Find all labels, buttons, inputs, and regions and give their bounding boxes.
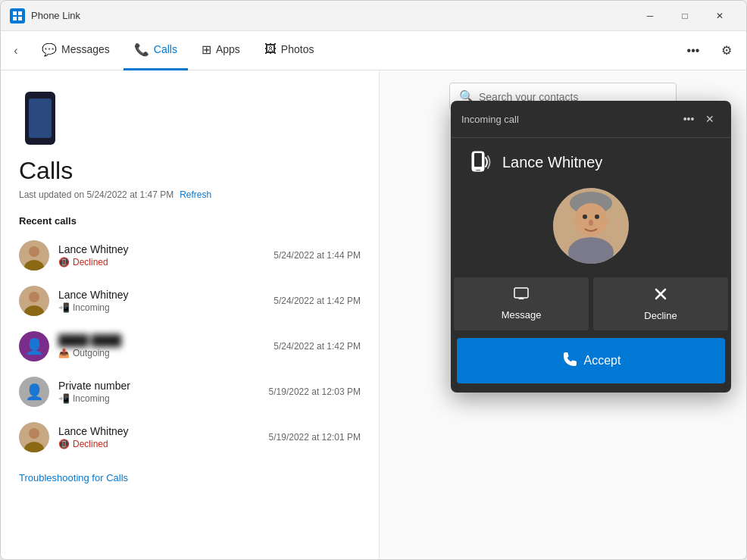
- avatar: [19, 422, 49, 452]
- title-bar: Phone Link ─ □ ✕: [1, 1, 746, 31]
- messages-icon: 💬: [42, 42, 57, 57]
- photos-icon: 🖼: [264, 42, 277, 56]
- svg-point-22: [583, 214, 587, 219]
- call-item[interactable]: 👤 ████ ████ 📤 Outgoing 5/24/2022 at 1:42…: [13, 324, 367, 369]
- window-controls: ─ □ ✕: [633, 4, 737, 28]
- incoming-call-actions: Message Decline: [451, 276, 731, 332]
- nav-tabs: 💬 Messages 📞 Calls ⊞ Apps 🖼 Photos: [31, 31, 680, 70]
- back-chevron[interactable]: ‹: [7, 42, 25, 60]
- incoming-icon: 📲: [58, 302, 70, 313]
- decline-icon: [653, 286, 668, 305]
- call-name: ████ ████: [58, 334, 273, 346]
- caller-name-row: Lance Whitney: [451, 138, 731, 182]
- tab-messages-label: Messages: [61, 43, 110, 55]
- nav-right-controls: ••• ⚙: [680, 37, 740, 64]
- call-time: 5/19/2022 at 12:03 PM: [269, 386, 361, 397]
- tab-photos-label: Photos: [281, 43, 314, 55]
- call-status: 📲 Incoming: [58, 393, 269, 404]
- incoming-more-button[interactable]: •••: [678, 108, 699, 130]
- call-status: 📵 Declined: [58, 257, 273, 267]
- tab-apps[interactable]: ⊞ Apps: [191, 31, 251, 70]
- nav-bar: ‹ 💬 Messages 📞 Calls ⊞ Apps 🖼 Photos •••: [1, 31, 746, 70]
- last-updated-text: Last updated on 5/24/2022 at 1:47 PM: [19, 189, 173, 200]
- call-info: Lance Whitney 📵 Declined: [58, 425, 269, 449]
- main-content: Calls Last updated on 5/24/2022 at 1:47 …: [1, 70, 746, 559]
- tab-photos[interactable]: 🖼 Photos: [254, 31, 325, 70]
- accept-label: Accept: [584, 354, 621, 368]
- window-title: Phone Link: [31, 10, 633, 21]
- svg-rect-1: [18, 11, 22, 15]
- call-name: Lance Whitney: [58, 425, 269, 437]
- more-options-button[interactable]: •••: [680, 37, 707, 64]
- phone-preview: [25, 92, 55, 145]
- incoming-close-button[interactable]: ✕: [699, 108, 720, 130]
- accept-phone-icon: [561, 351, 578, 371]
- settings-button[interactable]: ⚙: [713, 37, 740, 64]
- svg-point-11: [29, 428, 39, 439]
- accept-button[interactable]: Accept: [457, 338, 725, 383]
- svg-rect-0: [13, 11, 17, 15]
- call-name: Private number: [58, 380, 269, 392]
- call-status: 📵 Declined: [58, 439, 269, 449]
- settings-icon: ⚙: [721, 43, 732, 58]
- avatar: 👤: [19, 331, 49, 361]
- call-name: Lance Whitney: [58, 243, 273, 255]
- maximize-button[interactable]: □: [667, 4, 702, 28]
- avatar: 👤: [19, 377, 49, 407]
- message-icon: [514, 287, 529, 305]
- close-icon: ✕: [705, 113, 714, 125]
- call-info: Private number 📲 Incoming: [58, 380, 269, 404]
- call-time: 5/24/2022 at 1:42 PM: [273, 341, 361, 352]
- decline-label: Decline: [644, 310, 677, 321]
- svg-rect-26: [514, 288, 528, 298]
- call-info: Lance Whitney 📲 Incoming: [58, 289, 273, 313]
- message-button[interactable]: Message: [454, 277, 589, 330]
- call-info: ████ ████ 📤 Outgoing: [58, 334, 273, 358]
- call-time: 5/24/2022 at 1:42 PM: [273, 296, 361, 306]
- tab-apps-label: Apps: [216, 43, 240, 55]
- app-logo: [10, 8, 25, 23]
- phone-ringing-svg: [466, 149, 493, 176]
- declined-icon: 📵: [58, 257, 70, 267]
- call-status: 📤 Outgoing: [58, 348, 273, 358]
- calls-icon: 📞: [134, 42, 149, 57]
- decline-button[interactable]: Decline: [593, 277, 728, 330]
- troubleshooting-link[interactable]: Troubleshooting for Calls: [1, 460, 379, 496]
- caller-avatar: [553, 188, 629, 264]
- svg-rect-3: [18, 17, 22, 20]
- call-item[interactable]: Lance Whitney 📵 Declined 5/24/2022 at 1:…: [13, 233, 367, 278]
- call-status: 📲 Incoming: [58, 302, 273, 313]
- incoming-call-title: Incoming call: [461, 114, 678, 125]
- tab-messages[interactable]: 💬 Messages: [31, 31, 120, 70]
- minimize-button[interactable]: ─: [633, 4, 667, 28]
- avatar: [19, 286, 49, 316]
- avatar: [19, 240, 49, 271]
- call-item[interactable]: 👤 Private number 📲 Incoming 5/19/2022 at…: [13, 369, 367, 415]
- left-panel: Calls Last updated on 5/24/2022 at 1:47 …: [1, 70, 380, 559]
- apps-icon: ⊞: [202, 42, 211, 57]
- phone-ringing-icon: [466, 149, 493, 176]
- svg-point-8: [29, 292, 39, 302]
- call-name: Lance Whitney: [58, 289, 273, 301]
- call-item[interactable]: Lance Whitney 📲 Incoming 5/24/2022 at 1:…: [13, 278, 367, 324]
- message-label: Message: [502, 309, 542, 321]
- calls-header: Calls Last updated on 5/24/2022 at 1:47 …: [1, 145, 379, 203]
- svg-point-23: [595, 214, 599, 219]
- svg-rect-17: [474, 153, 482, 167]
- right-panel: 🔍 Incoming call ••• ✕: [380, 70, 746, 559]
- caller-name: Lance Whitney: [502, 154, 602, 171]
- svg-rect-18: [476, 170, 480, 171]
- refresh-link[interactable]: Refresh: [180, 189, 211, 200]
- call-time: 5/19/2022 at 12:01 PM: [269, 432, 361, 443]
- close-button[interactable]: ✕: [702, 4, 737, 28]
- svg-point-5: [29, 246, 39, 257]
- accept-row: Accept: [451, 332, 731, 393]
- incoming-call-overlay: Incoming call ••• ✕: [451, 101, 731, 393]
- declined-icon: 📵: [58, 439, 70, 449]
- calls-subtitle: Last updated on 5/24/2022 at 1:47 PM Ref…: [19, 189, 361, 200]
- recent-calls-label: Recent calls: [1, 203, 379, 233]
- svg-rect-2: [13, 17, 17, 20]
- call-item[interactable]: Lance Whitney 📵 Declined 5/19/2022 at 12…: [13, 415, 367, 460]
- tab-calls[interactable]: 📞 Calls: [123, 31, 188, 70]
- call-time: 5/24/2022 at 1:44 PM: [273, 250, 361, 261]
